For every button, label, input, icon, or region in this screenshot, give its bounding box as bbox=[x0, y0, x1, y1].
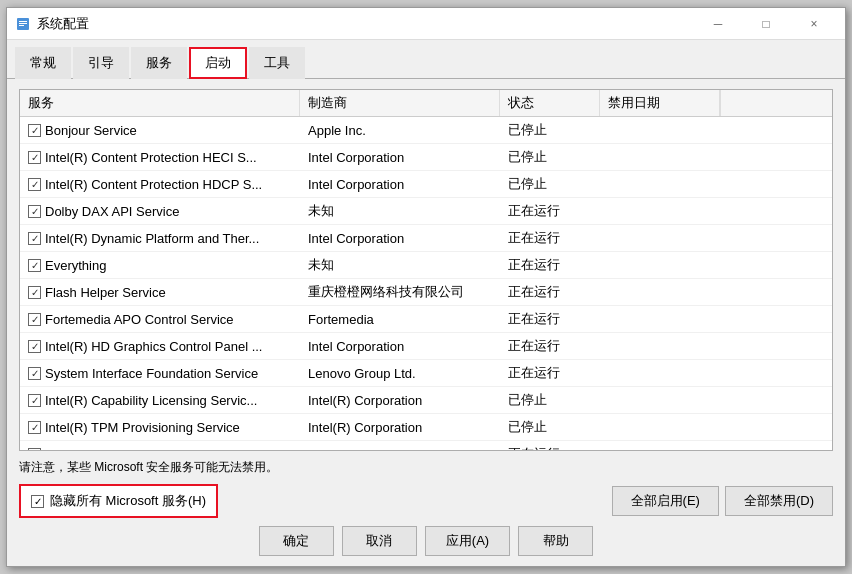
footer-actions: ✓ 隐藏所有 Microsoft 服务(H) 全部启用(E) 全部禁用(D) bbox=[19, 484, 833, 518]
service-vendor-cell: Lenovo Group Ltd. bbox=[300, 360, 500, 386]
service-disabled-cell bbox=[600, 198, 720, 224]
service-checkbox[interactable]: ✓ bbox=[28, 448, 41, 451]
tab-boot[interactable]: 引导 bbox=[73, 47, 129, 79]
service-vendor-cell: Intel Corporation bbox=[300, 144, 500, 170]
service-checkbox[interactable]: ✓ bbox=[28, 394, 41, 407]
table-row[interactable]: ✓System Interface Foundation ServiceLeno… bbox=[20, 360, 832, 387]
service-checkbox[interactable]: ✓ bbox=[28, 421, 41, 434]
svg-rect-1 bbox=[19, 21, 27, 22]
service-status-cell: 正在运行 bbox=[500, 198, 600, 224]
table-row[interactable]: ✓Dolby DAX API Service未知正在运行 bbox=[20, 198, 832, 225]
service-status-cell: 正在运行 bbox=[500, 279, 600, 305]
ok-button[interactable]: 确定 bbox=[259, 526, 334, 556]
service-checkbox[interactable]: ✓ bbox=[28, 286, 41, 299]
enable-all-button[interactable]: 全部启用(E) bbox=[612, 486, 719, 516]
service-checkbox[interactable]: ✓ bbox=[28, 313, 41, 326]
service-name-cell: ✓Intel(R) Capability Licensing Servic... bbox=[20, 387, 300, 413]
table-row[interactable]: ✓Intel(R) Content Protection HDCP S...In… bbox=[20, 171, 832, 198]
service-checkbox[interactable]: ✓ bbox=[28, 340, 41, 353]
table-row[interactable]: ✓Intel(R) Content Protection HECI S...In… bbox=[20, 144, 832, 171]
service-checkbox[interactable]: ✓ bbox=[28, 205, 41, 218]
tab-general[interactable]: 常规 bbox=[15, 47, 71, 79]
enable-disable-buttons: 全部启用(E) 全部禁用(D) bbox=[612, 486, 833, 516]
table-row[interactable]: ✓Intel(R) TPM Provisioning ServiceIntel(… bbox=[20, 414, 832, 441]
service-disabled-cell bbox=[600, 333, 720, 359]
svg-rect-3 bbox=[19, 25, 24, 26]
service-checkbox[interactable]: ✓ bbox=[28, 232, 41, 245]
service-status-cell: 已停止 bbox=[500, 144, 600, 170]
service-status-cell: 已停止 bbox=[500, 387, 600, 413]
col-service: 服务 bbox=[20, 90, 300, 116]
hide-ms-checkbox[interactable]: ✓ bbox=[31, 495, 44, 508]
table-row[interactable]: ✓Everything未知正在运行 bbox=[20, 252, 832, 279]
service-name-cell: ✓Flash Helper Service bbox=[20, 279, 300, 305]
hide-ms-label: 隐藏所有 Microsoft 服务(H) bbox=[50, 492, 206, 510]
close-button[interactable]: × bbox=[791, 8, 837, 40]
service-name-cell: ✓Intel(R) Dynamic Platform and Ther... bbox=[20, 225, 300, 251]
title-bar-left: 系统配置 bbox=[15, 15, 89, 33]
service-vendor-cell: Apple Inc. bbox=[300, 117, 500, 143]
service-disabled-cell bbox=[600, 441, 720, 450]
app-icon bbox=[15, 16, 31, 32]
minimize-button[interactable]: ─ bbox=[695, 8, 741, 40]
service-name-cell: ✓Intel(R) Content Protection HDCP S... bbox=[20, 171, 300, 197]
title-controls: ─ □ × bbox=[695, 8, 837, 40]
service-status-cell: 已停止 bbox=[500, 171, 600, 197]
service-vendor-cell: 未知 bbox=[300, 252, 500, 278]
apply-button[interactable]: 应用(A) bbox=[425, 526, 510, 556]
svg-rect-2 bbox=[19, 23, 27, 24]
table-row[interactable]: ✓Fortemedia APO Control ServiceFortemedi… bbox=[20, 306, 832, 333]
service-status-cell: 正在运行 bbox=[500, 252, 600, 278]
service-name-cell: ✓Intel(R) Dynamic Application Loade... bbox=[20, 441, 300, 450]
table-body[interactable]: ✓Bonjour ServiceApple Inc.已停止✓Intel(R) C… bbox=[20, 117, 832, 450]
table-row[interactable]: ✓Intel(R) HD Graphics Control Panel ...I… bbox=[20, 333, 832, 360]
service-checkbox[interactable]: ✓ bbox=[28, 178, 41, 191]
window-title: 系统配置 bbox=[37, 15, 89, 33]
service-vendor-cell: Intel Corporation bbox=[300, 333, 500, 359]
service-vendor-cell: Intel(R) Corporation bbox=[300, 414, 500, 440]
service-disabled-cell bbox=[600, 171, 720, 197]
service-name-cell: ✓Intel(R) TPM Provisioning Service bbox=[20, 414, 300, 440]
service-checkbox[interactable]: ✓ bbox=[28, 259, 41, 272]
service-name-cell: ✓Fortemedia APO Control Service bbox=[20, 306, 300, 332]
table-row[interactable]: ✓Intel(R) Capability Licensing Servic...… bbox=[20, 387, 832, 414]
tab-services[interactable]: 服务 bbox=[131, 47, 187, 79]
tab-bar: 常规 引导 服务 启动 工具 bbox=[7, 40, 845, 79]
footer-note: 请注意，某些 Microsoft 安全服务可能无法禁用。 bbox=[19, 459, 833, 476]
table-header: 服务 制造商 状态 禁用日期 bbox=[20, 90, 832, 117]
service-disabled-cell bbox=[600, 306, 720, 332]
service-vendor-cell: Fortemedia bbox=[300, 306, 500, 332]
service-status-cell: 正在运行 bbox=[500, 360, 600, 386]
col-vendor: 制造商 bbox=[300, 90, 500, 116]
table-row[interactable]: ✓Intel(R) Dynamic Application Loade...In… bbox=[20, 441, 832, 450]
service-checkbox[interactable]: ✓ bbox=[28, 124, 41, 137]
service-checkbox[interactable]: ✓ bbox=[28, 367, 41, 380]
dialog-buttons: 确定 取消 应用(A) 帮助 bbox=[19, 526, 833, 556]
hide-ms-checkbox-row[interactable]: ✓ 隐藏所有 Microsoft 服务(H) bbox=[19, 484, 218, 518]
tab-tools[interactable]: 工具 bbox=[249, 47, 305, 79]
service-vendor-cell: 重庆橙橙网络科技有限公司 bbox=[300, 279, 500, 305]
service-disabled-cell bbox=[600, 279, 720, 305]
service-status-cell: 正在运行 bbox=[500, 225, 600, 251]
table-row[interactable]: ✓Flash Helper Service重庆橙橙网络科技有限公司正在运行 bbox=[20, 279, 832, 306]
service-name-cell: ✓Intel(R) Content Protection HECI S... bbox=[20, 144, 300, 170]
service-vendor-cell: Intel Corporation bbox=[300, 171, 500, 197]
services-table: 服务 制造商 状态 禁用日期 ✓Bonjour ServiceApple Inc… bbox=[19, 89, 833, 451]
col-status: 状态 bbox=[500, 90, 600, 116]
table-row[interactable]: ✓Bonjour ServiceApple Inc.已停止 bbox=[20, 117, 832, 144]
tab-startup[interactable]: 启动 bbox=[189, 47, 247, 79]
service-status-cell: 正在运行 bbox=[500, 306, 600, 332]
cancel-button[interactable]: 取消 bbox=[342, 526, 417, 556]
content-area: 服务 制造商 状态 禁用日期 ✓Bonjour ServiceApple Inc… bbox=[7, 79, 845, 566]
table-row[interactable]: ✓Intel(R) Dynamic Platform and Ther...In… bbox=[20, 225, 832, 252]
disable-all-button[interactable]: 全部禁用(D) bbox=[725, 486, 833, 516]
service-disabled-cell bbox=[600, 414, 720, 440]
help-button[interactable]: 帮助 bbox=[518, 526, 593, 556]
maximize-button[interactable]: □ bbox=[743, 8, 789, 40]
service-checkbox[interactable]: ✓ bbox=[28, 151, 41, 164]
service-status-cell: 已停止 bbox=[500, 117, 600, 143]
service-disabled-cell bbox=[600, 360, 720, 386]
main-window: 系统配置 ─ □ × 常规 引导 服务 启动 工具 服务 制造商 状态 禁用日期 bbox=[6, 7, 846, 567]
service-vendor-cell: Intel(R) Corporation bbox=[300, 387, 500, 413]
service-name-cell: ✓Bonjour Service bbox=[20, 117, 300, 143]
